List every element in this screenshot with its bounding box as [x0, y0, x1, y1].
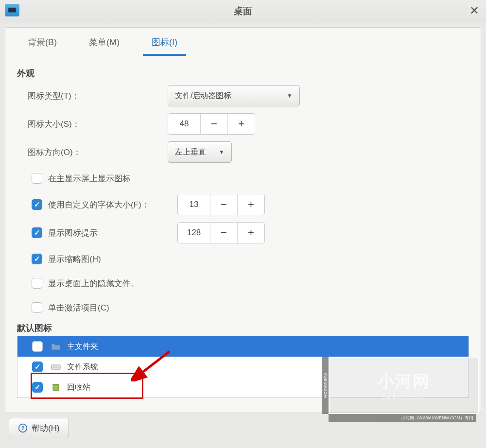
label-show-hidden: 显示桌面上的隐藏文件。	[48, 278, 139, 289]
help-icon: ?	[18, 423, 28, 433]
tab-label: 图标(I)	[152, 37, 177, 47]
chevron-down-icon: ▼	[219, 149, 225, 155]
tab-background[interactable]: 背景(B)	[19, 30, 66, 56]
help-button[interactable]: ? 帮助(H)	[9, 418, 69, 438]
decrement-button[interactable]: −	[200, 114, 227, 134]
chevron-down-icon: ▼	[287, 92, 293, 99]
checkbox-show-tooltips[interactable]	[32, 227, 42, 238]
spinner-tooltips: − +	[177, 222, 265, 243]
tab-strip: 背景(B) 菜单(M) 图标(I)	[5, 28, 481, 56]
drive-icon	[51, 362, 61, 371]
list-item-label: 文件系统	[67, 362, 98, 372]
dropdown-icon-orientation[interactable]: 左上垂直 ▼	[168, 141, 232, 163]
content-area: 背景(B) 菜单(M) 图标(I) 外观 图标类型(T)： 文件/启动器图标 ▼	[0, 22, 486, 448]
checkbox-trash[interactable]	[32, 382, 43, 393]
svg-rect-3	[52, 366, 59, 368]
input-icon-size[interactable]	[168, 114, 200, 134]
list-item-label: 主文件夹	[67, 342, 98, 352]
close-icon[interactable]: ✕	[469, 5, 479, 17]
tab-body-icons: 外观 图标类型(T)： 文件/启动器图标 ▼ 图标大小(S)： − +	[5, 56, 481, 413]
titlebar: 桌面 ✕	[0, 0, 486, 22]
trash-icon	[51, 383, 61, 392]
label-icon-size: 图标大小(S)：	[28, 119, 168, 130]
checkbox-filesystem[interactable]	[32, 362, 43, 372]
dropdown-icon-type[interactable]: 文件/启动器图标 ▼	[168, 85, 300, 106]
svg-text:?: ?	[21, 425, 24, 431]
row-show-tooltips: 显示图标提示 − +	[32, 221, 469, 244]
section-appearance-title: 外观	[17, 68, 469, 79]
label-show-thumbnails: 显示缩略图(H)	[48, 254, 101, 265]
svg-rect-4	[53, 385, 59, 391]
label-single-click: 单击激活项目(C)	[48, 302, 109, 313]
dropdown-value: 文件/启动器图标	[175, 91, 231, 101]
dialog-footer: ? 帮助(H)	[5, 413, 481, 443]
default-icons-list: 主文件夹 文件系统 回收站	[17, 336, 469, 398]
svg-rect-5	[52, 384, 59, 385]
decrement-button[interactable]: −	[210, 194, 237, 215]
label-show-on-primary: 在主显示屏上显示图标	[48, 173, 131, 184]
app-monitor-icon	[5, 4, 19, 17]
list-row-filesystem[interactable]: 文件系统	[17, 357, 469, 377]
increment-button[interactable]: +	[237, 223, 264, 243]
checkbox-show-hidden[interactable]	[32, 278, 42, 289]
help-button-label: 帮助(H)	[32, 423, 60, 434]
checkbox-show-thumbnails[interactable]	[32, 254, 42, 264]
label-icon-orientation: 图标方向(O)：	[28, 147, 168, 158]
notebook: 背景(B) 菜单(M) 图标(I) 外观 图标类型(T)： 文件/启动器图标 ▼	[5, 27, 481, 413]
row-single-click: 单击激活项目(C)	[32, 298, 469, 317]
checkbox-single-click[interactable]	[32, 302, 42, 313]
folder-home-icon	[51, 342, 61, 351]
window-title: 桌面	[0, 5, 486, 17]
tab-label: 菜单(M)	[89, 37, 120, 47]
increment-button[interactable]: +	[227, 114, 255, 134]
decrement-button[interactable]: −	[210, 223, 237, 243]
desktop-settings-window: 桌面 ✕ 背景(B) 菜单(M) 图标(I) 外观	[0, 0, 486, 448]
list-row-trash[interactable]: 回收站	[17, 377, 469, 397]
list-item-label: 回收站	[67, 382, 90, 393]
label-custom-font-size: 使用自定义的字体大小(F)：	[48, 199, 177, 210]
list-row-home-folder[interactable]: 主文件夹	[17, 336, 469, 357]
checkbox-custom-font-size[interactable]	[32, 199, 42, 210]
tab-menu[interactable]: 菜单(M)	[80, 30, 128, 56]
spinner-custom-font-size: − +	[177, 194, 265, 215]
section-default-icons-title: 默认图标	[17, 322, 469, 336]
input-custom-font-size[interactable]	[178, 194, 210, 215]
tab-label: 背景(B)	[28, 37, 57, 47]
spinner-icon-size: − +	[168, 113, 255, 135]
checkbox-show-on-primary[interactable]	[32, 173, 42, 184]
row-show-on-primary: 在主显示屏上显示图标	[32, 169, 469, 188]
dropdown-value: 左上垂直	[175, 147, 206, 157]
row-icon-type: 图标类型(T)： 文件/启动器图标 ▼	[28, 84, 469, 107]
row-icon-size: 图标大小(S)： − +	[28, 112, 469, 136]
svg-rect-1	[9, 8, 16, 12]
row-custom-font-size: 使用自定义的字体大小(F)： − +	[32, 193, 469, 216]
input-tooltips[interactable]	[178, 223, 210, 243]
checkbox-home-folder[interactable]	[32, 341, 43, 352]
tab-icons[interactable]: 图标(I)	[143, 30, 186, 56]
row-show-hidden: 显示桌面上的隐藏文件。	[32, 274, 469, 293]
row-show-thumbnails: 显示缩略图(H)	[32, 249, 469, 269]
label-icon-type: 图标类型(T)：	[28, 90, 168, 102]
label-show-tooltips: 显示图标提示	[48, 227, 177, 239]
row-icon-orientation: 图标方向(O)： 左上垂直 ▼	[28, 140, 469, 164]
increment-button[interactable]: +	[237, 194, 264, 215]
